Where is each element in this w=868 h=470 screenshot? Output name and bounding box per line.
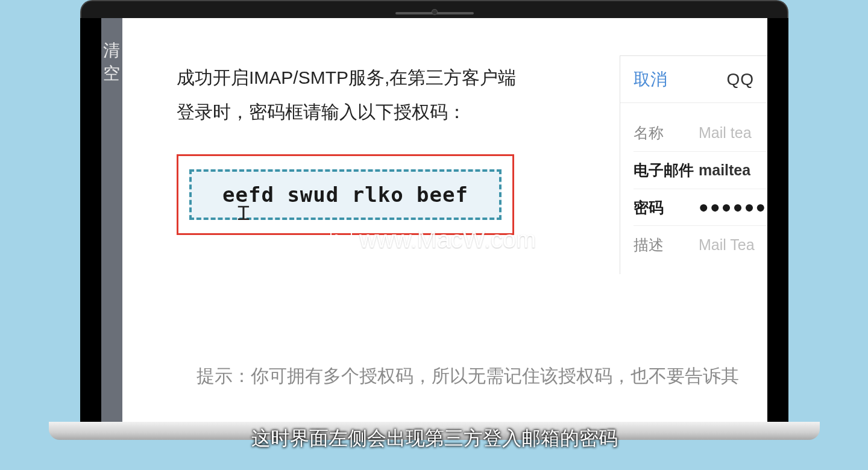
row-password: 密码 ●●●●●●: [634, 189, 767, 226]
account-panel: 取消 QQ 名称 Mail tea 电子邮件 mailtea 密码 ●●●●●●: [620, 55, 767, 274]
panel-title: QQ: [726, 70, 754, 89]
value-desc[interactable]: Mail Tea: [699, 236, 755, 254]
hint-text: 提示：你可拥有多个授权码，所以无需记住该授权码，也不要告诉其: [197, 364, 739, 389]
video-caption: 这时界面左侧会出现第三方登入邮箱的密码: [80, 425, 788, 452]
laptop-bezel: [80, 0, 788, 18]
laptop-base: 这时界面左侧会出现第三方登入邮箱的密码: [80, 422, 788, 452]
sidebar-fragment: 清空: [101, 18, 122, 422]
label-password: 密码: [634, 198, 699, 218]
camera-dot: [432, 10, 437, 14]
label-name: 名称: [634, 123, 699, 143]
value-name[interactable]: Mail tea: [699, 124, 752, 142]
label-email: 电子邮件: [634, 160, 699, 180]
row-name: 名称 Mail tea: [634, 114, 767, 151]
auth-code-dashed-box[interactable]: eefd swud rlko beef Ꮖ: [189, 169, 502, 220]
label-desc: 描述: [634, 235, 699, 255]
auth-code-highlight-box: eefd swud rlko beef Ꮖ: [177, 154, 514, 235]
value-email[interactable]: mailtea: [699, 161, 750, 179]
row-desc: 描述 Mail Tea: [634, 226, 767, 263]
panel-header: 取消 QQ: [620, 56, 767, 103]
panel-body: 名称 Mail tea 电子邮件 mailtea 密码 ●●●●●● 描述 Ma…: [620, 103, 767, 274]
auth-code-text[interactable]: eefd swud rlko beef: [222, 183, 468, 207]
row-email: 电子邮件 mailtea: [634, 151, 767, 189]
sidebar-text: 清空: [103, 41, 121, 83]
laptop-screen: 清空 成功开启IMAP/SMTP服务,在第三方客户端 登录时，密码框请输入以下授…: [80, 18, 788, 422]
value-password[interactable]: ●●●●●●: [699, 198, 767, 217]
text-cursor-icon: Ꮖ: [237, 202, 250, 225]
laptop-frame: 清空 成功开启IMAP/SMTP服务,在第三方客户端 登录时，密码框请输入以下授…: [80, 0, 788, 470]
cancel-button[interactable]: 取消: [634, 68, 667, 91]
